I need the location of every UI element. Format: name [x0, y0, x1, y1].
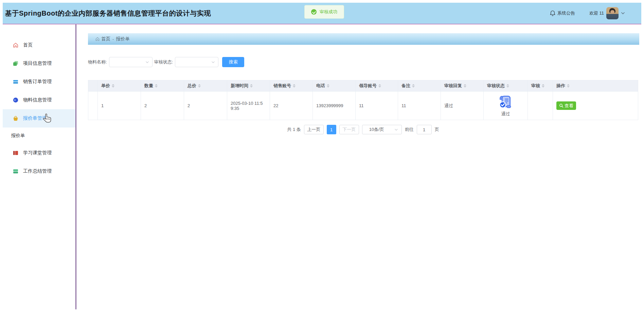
- announcement-label: 系统公告: [557, 10, 575, 16]
- search-icon: [559, 103, 564, 108]
- material-circle-icon: [13, 97, 19, 103]
- approved-scroll-icon: [498, 95, 513, 110]
- learning-class-icon: [13, 150, 19, 156]
- next-page-button[interactable]: 下一页: [339, 125, 359, 134]
- filter-bar: 物料名称: 审核状态: 搜索: [88, 57, 639, 67]
- sort-icon[interactable]: [250, 84, 253, 88]
- total-count: 共 1 条: [287, 127, 301, 133]
- chevron-down-icon: [621, 12, 625, 15]
- sidebar-item-label: 项目信息管理: [23, 60, 52, 66]
- sort-icon[interactable]: [567, 84, 570, 88]
- breadcrumb-home[interactable]: 首页: [95, 36, 110, 42]
- sidebar-item-learning-class[interactable]: 学习课堂管理: [3, 144, 75, 162]
- sort-icon[interactable]: [198, 84, 201, 88]
- col-expand: [88, 80, 98, 92]
- sidebar-item-quotation-management[interactable]: 报价单管理: [3, 109, 75, 128]
- col-label: 电话: [316, 83, 325, 89]
- col-label: 销售账号: [273, 83, 291, 89]
- system-announcement-link[interactable]: 系统公告: [550, 10, 575, 16]
- col-label: 审核状态: [487, 83, 505, 89]
- view-button-label: 查看: [565, 103, 573, 109]
- sidebar-item-sales-orders[interactable]: 销售订单管理: [3, 73, 75, 91]
- cell-actions: 查看: [553, 92, 638, 120]
- breadcrumb: 首页 - 报价单: [88, 33, 639, 45]
- col-label: 操作: [556, 83, 565, 89]
- cell-phone: 13923999999: [313, 92, 356, 120]
- cell-sales-account: 22: [270, 92, 313, 120]
- prev-page-button[interactable]: 上一页: [304, 125, 324, 134]
- user-menu[interactable]: 欢迎 11: [589, 7, 625, 19]
- material-name-label: 物料名称:: [88, 59, 107, 65]
- col-quantity[interactable]: 数量: [141, 80, 184, 92]
- page-unit-label: 页: [435, 127, 439, 133]
- sidebar-item-label: 报价单管理: [23, 115, 47, 121]
- col-label: 单价: [101, 83, 110, 89]
- sidebar-item-label: 销售订单管理: [23, 79, 52, 85]
- pagination: 共 1 条 上一页 1 下一页 10条/页 前往 页: [88, 125, 638, 134]
- col-label: 新增时间: [231, 83, 248, 89]
- sidebar-item-label: 首页: [23, 42, 33, 48]
- avatar: [606, 7, 619, 19]
- view-button[interactable]: 查看: [556, 101, 576, 110]
- sort-icon[interactable]: [293, 84, 296, 88]
- col-review-reply[interactable]: 审核回复: [441, 80, 484, 92]
- top-header: 基于SpringBoot的企业内部服务器销售信息管理平台的设计与实现 审核成功 …: [3, 3, 641, 24]
- goto-page-input[interactable]: [417, 125, 432, 134]
- col-phone[interactable]: 电话: [313, 80, 356, 92]
- cell-review: [528, 92, 553, 120]
- page-size-value: 10条/页: [369, 127, 384, 133]
- review-status-label: 审核状态:: [154, 59, 173, 65]
- material-name-select[interactable]: [109, 57, 153, 67]
- col-actions[interactable]: 操作: [553, 80, 638, 92]
- col-label: 审核回复: [444, 83, 462, 89]
- col-sales-account[interactable]: 销售账号: [270, 80, 313, 92]
- col-review[interactable]: 审核: [528, 80, 553, 92]
- sidebar-item-work-summary[interactable]: 工作总结管理: [3, 162, 75, 180]
- table-header-row: 单价 数量 总价 新增时间 销售账号 电话 领导账号 备注 审核回复 审核状态 …: [88, 80, 638, 92]
- quotation-basket-icon: [13, 115, 19, 121]
- page-size-select[interactable]: 10条/页: [362, 125, 402, 134]
- sidebar-item-material-info[interactable]: 物料信息管理: [3, 91, 75, 109]
- col-label: 总价: [187, 83, 196, 89]
- work-summary-icon: [13, 168, 19, 174]
- col-label: 数量: [144, 83, 153, 89]
- cell-review-reply: 通过: [441, 92, 484, 120]
- col-total-price[interactable]: 总价: [184, 80, 227, 92]
- cell-leader-account: 11: [356, 92, 398, 120]
- sort-icon[interactable]: [412, 84, 415, 88]
- sort-icon[interactable]: [464, 84, 466, 88]
- col-created-time[interactable]: 新增时间: [227, 80, 270, 92]
- sidebar-item-home[interactable]: 首页: [3, 36, 75, 54]
- sort-icon[interactable]: [155, 84, 158, 88]
- welcome-text: 欢迎 11: [589, 10, 604, 16]
- success-toast: 审核成功: [304, 5, 344, 19]
- chevron-down-icon: [145, 61, 149, 63]
- sort-icon[interactable]: [542, 84, 544, 88]
- sort-icon[interactable]: [327, 84, 329, 88]
- sidebar-subitem-quotation[interactable]: 报价单: [3, 128, 75, 144]
- sort-icon[interactable]: [112, 84, 114, 88]
- page-title: 基于SpringBoot的企业内部服务器销售信息管理平台的设计与实现: [5, 9, 211, 18]
- project-copy-icon: [13, 60, 19, 66]
- cell-quantity: 2: [141, 92, 184, 120]
- page: 基于SpringBoot的企业内部服务器销售信息管理平台的设计与实现 审核成功 …: [0, 0, 644, 310]
- page-1-button[interactable]: 1: [327, 125, 336, 134]
- cell-total-price: 2: [184, 92, 227, 120]
- main-content: 首页 - 报价单 物料名称: 审核状态:: [76, 24, 641, 309]
- col-remark[interactable]: 备注: [398, 80, 441, 92]
- sort-icon[interactable]: [378, 84, 381, 88]
- review-status-select[interactable]: [175, 57, 218, 67]
- sidebar-item-label: 物料信息管理: [23, 97, 52, 103]
- sort-icon[interactable]: [506, 84, 509, 88]
- search-button[interactable]: 搜索: [222, 57, 244, 67]
- breadcrumb-current: 报价单: [116, 36, 130, 42]
- sidebar-item-project-info[interactable]: 项目信息管理: [3, 54, 75, 73]
- col-unit-price[interactable]: 单价: [98, 80, 141, 92]
- col-label: 审核: [531, 83, 540, 89]
- breadcrumb-home-label: 首页: [101, 36, 110, 42]
- header-right: 系统公告 欢迎 11: [550, 7, 625, 19]
- col-leader-account[interactable]: 领导账号: [356, 80, 398, 92]
- bell-icon: [550, 10, 556, 16]
- col-review-status[interactable]: 审核状态: [484, 80, 528, 92]
- col-label: 领导账号: [359, 83, 377, 89]
